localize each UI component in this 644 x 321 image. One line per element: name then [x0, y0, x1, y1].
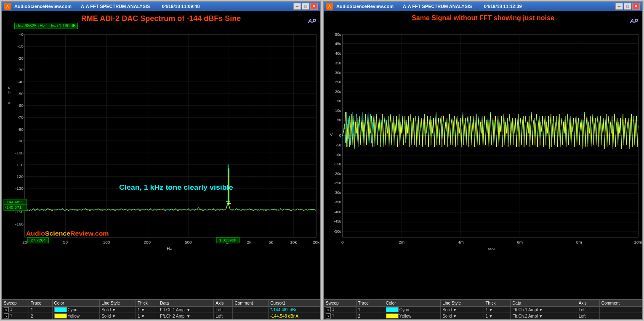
chart-title-1: RME ADI-2 DAC Spectrum of -144 dBFs Sine… [2, 14, 320, 23]
svg-text:8m: 8m [576, 240, 582, 244]
col-sweep-1: Sweep [2, 300, 29, 307]
restore-button-1[interactable]: □ [302, 3, 309, 10]
trace-1-2: 2 [29, 313, 52, 319]
dropdown-icon-data-2-2[interactable]: ▼ [539, 314, 543, 318]
svg-text:-20: -20 [17, 56, 23, 61]
legend-table-2: Sweep Trace Color Line Style Thick Data … [324, 299, 642, 319]
svg-text:20: 20 [22, 240, 27, 244]
svg-text:-10u: -10u [334, 153, 341, 157]
ap-logo-2: AP [630, 18, 638, 24]
color-swatch-cyan-1 [54, 307, 67, 312]
close-button-1[interactable]: ✕ [310, 3, 318, 10]
dropdown-icon-data-1-2[interactable]: ▼ [186, 314, 191, 318]
title-site-2: AudioScienceReview.com [336, 4, 394, 9]
x-mark-2-1: x [326, 307, 331, 312]
svg-text:-110: -110 [15, 162, 24, 167]
dropdown-icon-thick-2-1[interactable]: ▼ [489, 308, 493, 312]
svg-text:B: B [8, 90, 11, 94]
title-site-1: AudioScienceReview.com [14, 4, 72, 9]
color-name-1-2: Yellow [68, 314, 80, 318]
dropdown-icon-1-2[interactable]: ▼ [112, 314, 116, 318]
dropdown-icon-thick-1-1[interactable]: ▼ [141, 308, 145, 312]
svg-text:20k: 20k [313, 240, 319, 244]
svg-text:sec: sec [488, 247, 495, 251]
thick-2-1: 1 ▼ [484, 307, 511, 313]
title-bar-1: A AudioScienceReview.com A-A FFT SPECTRU… [2, 2, 320, 11]
svg-text:d: d [8, 85, 11, 90]
svg-text:10m: 10m [634, 240, 642, 244]
dropdown-icon-thick-2-2[interactable]: ▼ [489, 314, 493, 318]
sweep-1-1: x 1 [2, 307, 29, 313]
window-2: A AudioScienceReview.com A-A FFT SPECTRU… [323, 1, 643, 320]
app-icon-1: A [4, 3, 11, 10]
svg-text:-70: -70 [17, 115, 23, 119]
svg-text:200: 200 [144, 240, 151, 244]
legend-data-1: Sweep Trace Color Line Style Thick Data … [2, 300, 320, 319]
svg-text:-80: -80 [17, 127, 23, 132]
col-sweep-2: Sweep [324, 300, 357, 307]
col-linestyle-2: Line Style [441, 300, 484, 307]
restore-button-2[interactable]: □ [624, 3, 631, 10]
title-app-1: A-A FFT SPECTRUM ANALYSIS [81, 4, 150, 9]
dropdown-icon-2-1[interactable]: ▼ [452, 308, 457, 312]
dropdown-icon-data-2-1[interactable]: ▼ [539, 308, 543, 312]
col-axis-2: Axis [577, 300, 599, 307]
svg-text:AudioScienceReview.com: AudioScienceReview.com [26, 230, 109, 237]
app-icon-2: A [326, 3, 333, 10]
svg-text:+0: +0 [19, 32, 23, 37]
chart-area-2: Same Signal without FFT showing just noi… [324, 11, 642, 299]
axis-2-2: Left [577, 313, 599, 319]
svg-text:Hz: Hz [167, 247, 172, 251]
svg-text:45u: 45u [335, 42, 341, 46]
svg-text:35u: 35u [335, 61, 341, 65]
close-button-2[interactable]: ✕ [632, 3, 640, 10]
svg-text:Clean, 1 kHz tone clearly visi: Clean, 1 kHz tone clearly visible [119, 183, 233, 191]
svg-text:10u: 10u [335, 109, 341, 113]
dropdown-icon-data-1-1[interactable]: ▼ [186, 308, 191, 312]
axis-1-2: Left [214, 313, 233, 319]
svg-text:-5u: -5u [336, 143, 341, 147]
svg-text:0: 0 [341, 240, 344, 244]
dropdown-icon-1-1[interactable]: ▼ [112, 308, 116, 312]
svg-text:2k: 2k [247, 240, 251, 244]
svg-text:6m: 6m [517, 240, 523, 244]
chart-svg-2: 50u 45u 40u 35u 30u 25u 20u 15u 10u 5u 0… [324, 11, 642, 256]
thick-2-2: 1 ▼ [484, 313, 511, 319]
delta-info-1: dx=-98625 kHz dy=+1.190 dB [14, 23, 78, 29]
comment-2-2 [599, 313, 642, 319]
delta-dy: dy=+1.190 dB [50, 24, 76, 28]
svg-text:50: 50 [63, 240, 68, 244]
svg-text:r: r [8, 94, 10, 99]
svg-text:-120: -120 [15, 175, 24, 179]
svg-text:-45u: -45u [334, 219, 341, 223]
svg-text:1.01398k: 1.01398k [219, 238, 236, 242]
linestyle-1-1: Solid ▼ [100, 307, 136, 313]
legend-data-2: Sweep Trace Color Line Style Thick Data … [324, 300, 642, 319]
axis-2-1: Left [577, 307, 599, 313]
dropdown-icon-2-2[interactable]: ▼ [452, 314, 457, 318]
sweep-val-2-1: 1 [332, 307, 335, 312]
cursor1-1-1: *-144.482 dBr [269, 307, 320, 313]
data-2-1: Fft.Ch.1 Ampl ▼ [511, 307, 577, 313]
title-bar-controls-1: ─ □ ✕ [293, 3, 318, 10]
col-trace-1: Trace [29, 300, 52, 307]
color-name-2-2: Yellow [399, 314, 412, 318]
title-bar-left-2: A AudioScienceReview.com A-A FFT SPECTRU… [326, 3, 522, 10]
chart-title-2: Same Signal without FFT showing just noi… [324, 14, 642, 22]
svg-text:5k: 5k [269, 240, 273, 244]
svg-text:15u: 15u [335, 99, 341, 103]
svg-text:-30u: -30u [334, 191, 341, 195]
thick-1-1: 1 ▼ [136, 307, 158, 313]
sweep-2-1: x 1 [324, 307, 357, 313]
color-swatch-cyan-2 [386, 307, 399, 312]
dropdown-icon-thick-1-2[interactable]: ▼ [141, 314, 145, 318]
sweep-val-1-2: 1 [10, 313, 13, 318]
color-1-2: Yellow [52, 313, 100, 319]
svg-text:5u: 5u [337, 118, 341, 122]
minimize-button-1[interactable]: ─ [293, 3, 301, 10]
svg-text:-100: -100 [15, 151, 24, 155]
col-axis-1: Axis [214, 300, 233, 307]
title-bar-left-1: A AudioScienceReview.com A-A FFT SPECTRU… [4, 3, 200, 10]
svg-text:-25u: -25u [334, 181, 341, 186]
minimize-button-2[interactable]: ─ [615, 3, 623, 10]
